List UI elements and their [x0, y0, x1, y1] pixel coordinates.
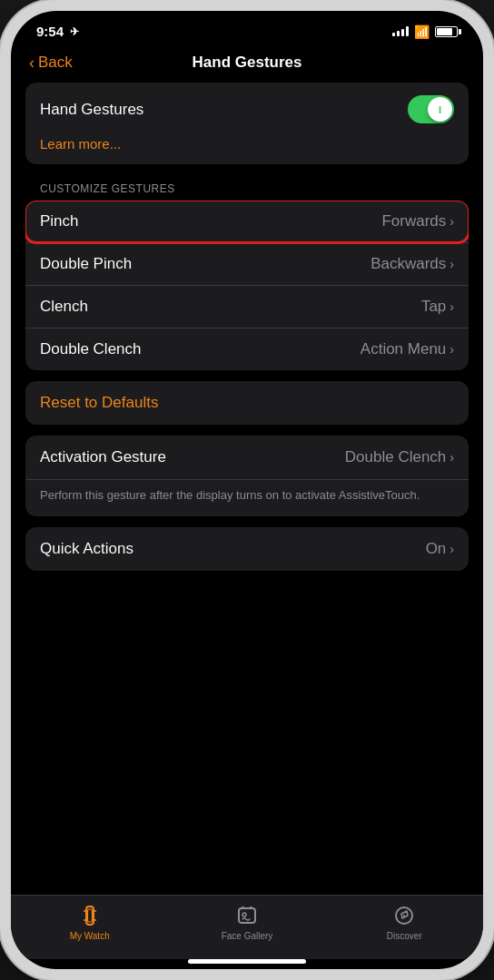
tab-face-gallery[interactable]: Face Gallery — [168, 903, 325, 941]
gesture-card: Pinch Forwards › Double Pinch Backwards … — [25, 201, 469, 370]
battery-icon — [435, 26, 458, 37]
quick-actions-card: Quick Actions On › — [25, 527, 469, 571]
status-time: 9:54 ✈ — [36, 24, 79, 39]
learn-more-link[interactable]: Learn more... — [25, 136, 469, 164]
quick-actions-row[interactable]: Quick Actions On › — [25, 527, 469, 571]
toggle-knob: I — [428, 97, 452, 122]
clench-value-text: Tap — [421, 298, 446, 316]
face-gallery-icon — [234, 903, 260, 928]
clench-label: Clench — [40, 298, 88, 316]
double-clench-value: Action Menu › — [361, 340, 454, 358]
quick-actions-value: On › — [426, 540, 454, 558]
double-clench-label: Double Clench — [40, 340, 142, 358]
quick-actions-value-text: On — [426, 540, 447, 558]
reset-defaults-button[interactable]: Reset to Defaults — [40, 394, 158, 412]
home-indicator — [188, 959, 306, 964]
customize-section-label: CUSTOMIZE GESTURES — [25, 175, 469, 201]
discover-icon — [391, 903, 417, 928]
double-pinch-chevron-icon: › — [450, 257, 454, 271]
pinch-chevron-icon: › — [450, 214, 454, 229]
double-pinch-label: Double Pinch — [40, 255, 132, 273]
hand-gestures-toggle[interactable]: I — [408, 95, 454, 123]
clench-chevron-icon: › — [450, 299, 454, 314]
svg-point-9 — [242, 913, 246, 916]
tab-my-watch[interactable]: My Watch — [11, 903, 168, 941]
double-pinch-value: Backwards › — [370, 255, 454, 273]
activation-gesture-chevron-icon: › — [450, 450, 454, 465]
activation-gesture-description: Perform this gesture after the display t… — [25, 480, 469, 516]
activation-gesture-value: Double Clench › — [345, 448, 454, 466]
nav-header: ‹ Back Hand Gestures — [11, 44, 483, 83]
double-clench-row[interactable]: Double Clench Action Menu › — [25, 328, 469, 370]
tab-discover[interactable]: Discover — [326, 903, 483, 941]
main-content: Hand Gestures I Learn more... CUSTOMIZE … — [11, 83, 483, 895]
hand-gestures-toggle-row: Hand Gestures I — [25, 83, 469, 136]
activation-gesture-card: Activation Gesture Double Clench › Perfo… — [25, 436, 469, 516]
double-pinch-value-text: Backwards — [370, 255, 446, 273]
hand-gestures-label: Hand Gestures — [40, 101, 143, 119]
phone-frame: 9:54 ✈ 📶 ‹ Back Han — [0, 0, 494, 980]
svg-rect-7 — [242, 906, 244, 909]
activation-gesture-value-text: Double Clench — [345, 448, 447, 466]
clench-value: Tap › — [421, 298, 454, 316]
wifi-icon: 📶 — [414, 24, 430, 39]
activation-gesture-label: Activation Gesture — [40, 448, 166, 466]
svg-rect-6 — [239, 908, 255, 923]
face-gallery-tab-label: Face Gallery — [222, 931, 273, 941]
hand-gestures-card: Hand Gestures I Learn more... — [25, 83, 469, 164]
svg-point-12 — [403, 915, 405, 916]
status-icons: 📶 — [392, 24, 458, 39]
pinch-label: Pinch — [40, 212, 79, 230]
location-icon: ✈ — [70, 25, 79, 38]
signal-icon — [392, 26, 409, 36]
discover-tab-label: Discover — [387, 931, 422, 941]
quick-actions-chevron-icon: › — [450, 542, 454, 556]
svg-marker-11 — [401, 911, 408, 918]
pinch-value-text: Forwards — [381, 212, 446, 230]
svg-rect-8 — [250, 906, 252, 909]
svg-rect-1 — [87, 909, 92, 922]
page-title: Hand Gestures — [193, 54, 302, 72]
clench-row[interactable]: Clench Tap › — [25, 286, 469, 328]
pinch-row[interactable]: Pinch Forwards › — [25, 201, 469, 243]
double-clench-value-text: Action Menu — [361, 340, 447, 358]
back-label: Back — [38, 54, 73, 72]
my-watch-icon — [77, 903, 103, 928]
my-watch-tab-label: My Watch — [70, 931, 110, 941]
back-chevron-icon: ‹ — [29, 54, 35, 73]
phone-screen: 9:54 ✈ 📶 ‹ Back Han — [11, 11, 483, 969]
double-clench-chevron-icon: › — [450, 342, 454, 357]
activation-gesture-row[interactable]: Activation Gesture Double Clench › — [25, 436, 469, 480]
double-pinch-row[interactable]: Double Pinch Backwards › — [25, 243, 469, 286]
reset-card: Reset to Defaults — [25, 381, 469, 425]
back-button[interactable]: ‹ Back — [29, 54, 73, 73]
pinch-value: Forwards › — [381, 212, 454, 230]
quick-actions-label: Quick Actions — [40, 540, 133, 558]
time-display: 9:54 — [36, 24, 64, 39]
tab-bar: My Watch Face Gallery — [11, 895, 483, 959]
